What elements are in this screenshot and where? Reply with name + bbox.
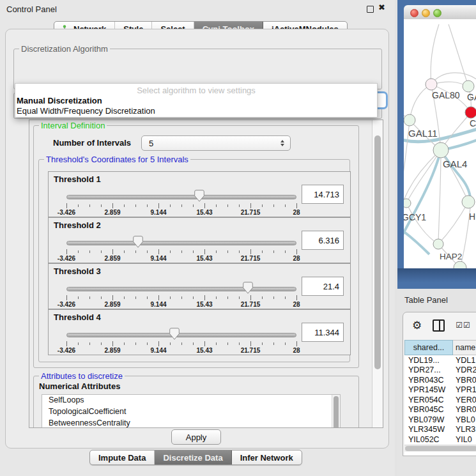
slider-track[interactable] — [66, 195, 296, 199]
cell-name[interactable]: YLR3 — [453, 425, 476, 434]
tab-impute-data[interactable]: Impute Data — [90, 450, 155, 464]
slider-thumb[interactable] — [243, 282, 253, 294]
table-row[interactable]: YLR345W YLR3 — [404, 425, 476, 435]
threshold-value-field[interactable]: 21.4 — [302, 277, 344, 296]
popup-option-equal-width-frequency[interactable]: Equal Width/Frequency Discretization — [17, 106, 155, 116]
table-row[interactable]: YER054C YER0 — [404, 395, 476, 405]
cell-shared-name[interactable]: YBR043C — [404, 376, 453, 385]
close-icon[interactable]: ✖ — [378, 3, 385, 12]
table-hscrollbar-thumb[interactable] — [405, 446, 476, 451]
apply-button[interactable]: Apply — [171, 429, 221, 445]
num-intervals-combobox[interactable]: 5 — [141, 135, 291, 151]
table-row[interactable]: YIL052C YIL0 — [404, 434, 476, 445]
cell-shared-name[interactable]: YBR045C — [404, 405, 453, 414]
node-gal11[interactable] — [404, 114, 415, 126]
threshold-value-field[interactable]: 6.316 — [302, 231, 344, 250]
cell-name[interactable]: YPR1 — [453, 385, 476, 394]
cell-shared-name[interactable]: YER054C — [404, 395, 453, 404]
tick-mark — [296, 295, 297, 300]
label-ga: GA — [467, 92, 476, 102]
slider-thumb[interactable] — [133, 236, 143, 248]
tick-mark — [250, 203, 251, 208]
settings-scrollbar-thumb[interactable] — [374, 135, 381, 369]
threshold-value-field[interactable]: 14.713 — [302, 185, 344, 204]
close-traffic-light-icon[interactable] — [410, 9, 418, 17]
cell-shared-name[interactable]: YIL052C — [404, 435, 453, 444]
tab-infer-network[interactable]: Infer Network — [232, 450, 302, 464]
table-container: ⚙ ☑ ☑ shared... name YDL19... YDL1 YDR27… — [403, 312, 476, 456]
node-gal80[interactable] — [426, 79, 437, 90]
zoom-traffic-light-icon[interactable] — [433, 9, 441, 17]
table-row[interactable]: YBR043C YBR0 — [404, 375, 476, 385]
cell-name[interactable]: YIL0 — [453, 435, 476, 444]
cell-name[interactable]: YBR0 — [453, 405, 476, 414]
slider-thumb[interactable] — [194, 190, 204, 202]
tick-mark — [204, 249, 205, 254]
cell-shared-name[interactable]: YBL079W — [404, 415, 453, 424]
node-gal4[interactable] — [433, 142, 449, 158]
cell-shared-name[interactable]: YPR145W — [404, 385, 453, 394]
checkbox-icon[interactable]: ☑ — [456, 321, 463, 330]
label-gal4: GAL4 — [443, 158, 467, 169]
cell-shared-name[interactable]: YDL19... — [404, 356, 453, 365]
tab-discretize-data[interactable]: Discretize Data — [155, 450, 231, 464]
float-window-icon[interactable] — [367, 6, 374, 13]
node-h[interactable] — [462, 196, 475, 208]
threshold-slider[interactable]: -3.4262.8599.14415.4321.71528 — [66, 278, 296, 307]
tick-mark — [262, 296, 263, 299]
threshold-slider[interactable]: -3.4262.8599.14415.4321.71528 — [66, 324, 296, 353]
cell-name[interactable]: YDL1 — [453, 356, 476, 365]
threshold-label: Threshold 1 — [54, 174, 101, 184]
combo-stepper-icon — [280, 140, 284, 146]
column-header-shared-name[interactable]: shared... — [404, 340, 453, 355]
attributes-scrollbar-thumb[interactable] — [334, 396, 339, 428]
network-window-titlebar[interactable] — [404, 5, 476, 20]
attribute-list-item[interactable]: BetweennessCentrality — [42, 418, 340, 428]
table-row[interactable]: YBL079W YBL0 — [404, 415, 476, 425]
slider-track[interactable] — [66, 287, 296, 291]
minimize-traffic-light-icon[interactable] — [422, 9, 430, 17]
tick-mark — [250, 295, 251, 300]
node-gcy1[interactable] — [404, 199, 411, 208]
slider-track[interactable] — [66, 241, 296, 245]
tick-label: 9.144 — [150, 209, 166, 216]
slider-tick-labels: -3.4262.8599.14415.4321.71528 — [66, 255, 296, 262]
tick-label: 21.715 — [241, 347, 261, 354]
table-row[interactable]: YDR27... YDR2 — [404, 365, 476, 376]
gear-icon[interactable]: ⚙ — [412, 320, 422, 331]
num-intervals-value: 5 — [149, 139, 153, 148]
tick-mark — [285, 204, 286, 207]
cell-shared-name[interactable]: YDR27... — [404, 365, 453, 374]
threshold-value-field[interactable]: 11.344 — [302, 323, 344, 342]
cell-name[interactable]: YBR0 — [453, 376, 476, 385]
node-hap2[interactable] — [433, 239, 443, 249]
threshold-slider[interactable]: -3.4262.8599.14415.4321.71528 — [66, 232, 296, 261]
popup-option-manual-discretization[interactable]: Manual Discretization — [17, 96, 102, 105]
select-checks[interactable]: ☑ ☑ — [456, 321, 470, 330]
network-canvas[interactable]: GAL80 GA C GAL11 GAL4 GCY1 H HAP2 — [404, 19, 476, 268]
node-ga[interactable] — [463, 81, 474, 92]
cell-name[interactable]: YBL0 — [453, 415, 476, 424]
attributes-scrollbar[interactable] — [332, 395, 340, 428]
table-hscrollbar[interactable] — [404, 445, 476, 452]
cell-name[interactable]: YER0 — [453, 395, 476, 404]
cell-name[interactable]: YDR2 — [453, 365, 476, 374]
table-row[interactable]: YDL19... YDL1 — [404, 355, 476, 365]
slider-track[interactable] — [66, 333, 296, 337]
node-red-selected[interactable] — [465, 107, 476, 118]
tick-mark — [89, 296, 90, 299]
attribute-list-item[interactable]: TopologicalCoefficient — [42, 406, 340, 418]
checkbox-icon[interactable]: ☑ — [463, 321, 470, 330]
cell-shared-name[interactable]: YLR345W — [404, 425, 453, 434]
tick-mark — [216, 204, 217, 207]
numerical-attributes-list[interactable]: SelfLoops TopologicalCoefficient Between… — [42, 394, 341, 428]
table-row[interactable]: YPR145W YPR1 — [404, 385, 476, 395]
attribute-list-item[interactable]: SelfLoops — [42, 395, 340, 406]
slider-thumb[interactable] — [169, 328, 180, 340]
columns-icon[interactable] — [433, 319, 445, 332]
table-row[interactable]: YBR045C YBR0 — [404, 405, 476, 415]
settings-scrollbar[interactable] — [372, 120, 383, 427]
threshold-slider[interactable]: -3.4262.8599.14415.4321.71528 — [66, 186, 296, 215]
column-header-name[interactable]: name — [453, 340, 476, 355]
label-c: C — [470, 118, 476, 128]
